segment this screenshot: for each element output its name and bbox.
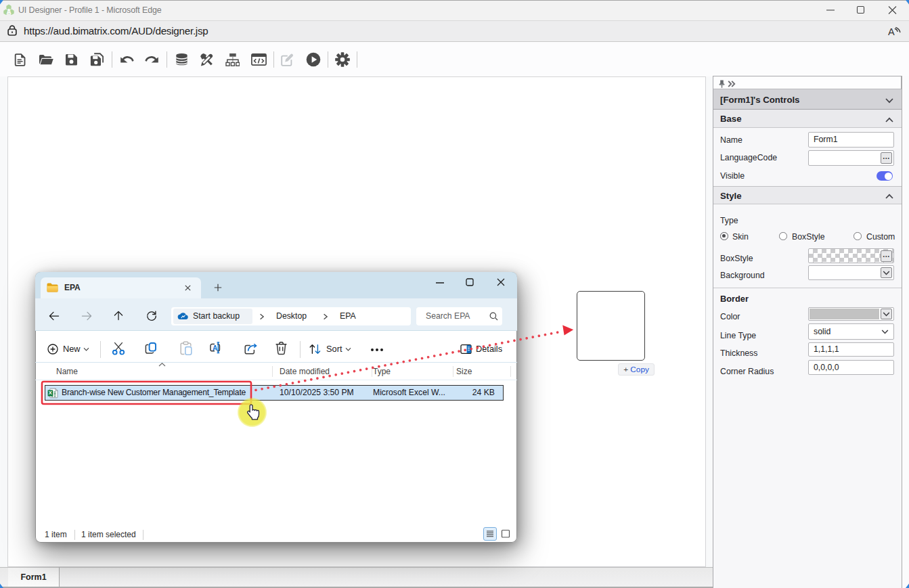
svg-text:A: A: [6, 8, 11, 16]
svg-text:A: A: [213, 344, 218, 352]
svg-text:A: A: [888, 26, 895, 37]
svg-text:X: X: [49, 390, 52, 396]
